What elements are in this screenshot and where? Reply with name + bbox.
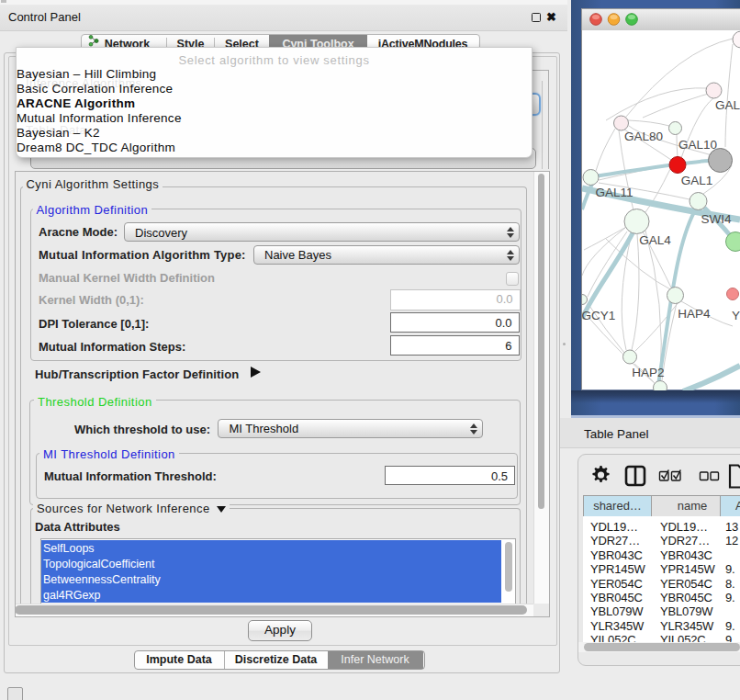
- svg-text:HAP4: HAP4: [678, 307, 711, 321]
- svg-text:GAL11: GAL11: [595, 186, 633, 199]
- svg-text:YJR048W: YJR048W: [732, 309, 740, 322]
- svg-text:GAL7: GAL7: [715, 98, 740, 112]
- svg-text:GAL1: GAL1: [681, 174, 713, 187]
- svg-text:SWI4: SWI4: [701, 212, 731, 226]
- svg-text:HAP2: HAP2: [632, 366, 664, 379]
- svg-text:GCY1: GCY1: [582, 309, 615, 322]
- svg-text:GAL80: GAL80: [624, 130, 663, 143]
- svg-text:GAL10: GAL10: [678, 138, 717, 152]
- svg-text:GAL4: GAL4: [639, 233, 671, 247]
